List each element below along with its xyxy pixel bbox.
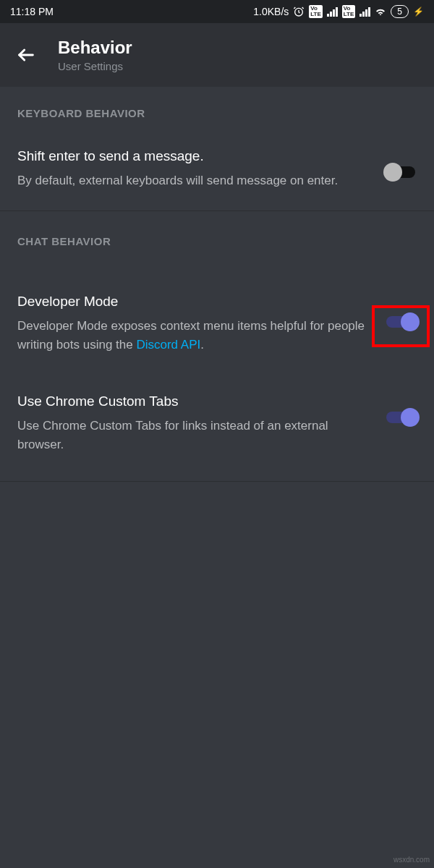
- chat-section: CHAT BEHAVIOR Developer Mode Developer M…: [0, 225, 434, 475]
- setting-description: Use Chrome Custom Tabs for links instead…: [17, 417, 370, 455]
- setting-text: Developer Mode Developer Mode exposes co…: [17, 292, 370, 354]
- status-time: 11:18 PM: [10, 6, 54, 17]
- toggle-thumb: [383, 163, 402, 182]
- toggle-thumb: [401, 408, 420, 427]
- setting-text: Shift enter to send a message. By defaul…: [17, 147, 370, 190]
- setting-description: Developer Mode exposes context menu item…: [17, 317, 370, 355]
- desc-suffix: .: [200, 338, 204, 352]
- volte-icon-2: VoLTE: [342, 5, 356, 18]
- section-header-keyboard: KEYBOARD BEHAVIOR: [0, 107, 434, 134]
- app-header: Behavior User Settings: [0, 23, 434, 87]
- setting-chrome-tabs[interactable]: Use Chrome Custom Tabs Use Chrome Custom…: [0, 375, 434, 475]
- developer-mode-toggle[interactable]: [385, 314, 417, 330]
- header-titles: Behavior User Settings: [58, 38, 132, 72]
- alarm-icon: [293, 6, 305, 17]
- volte-icon-1: VoLTE: [309, 5, 323, 18]
- wifi-icon: [375, 6, 386, 17]
- setting-title: Use Chrome Custom Tabs: [17, 392, 370, 411]
- section-divider: [0, 210, 434, 225]
- page-subtitle: User Settings: [58, 60, 132, 72]
- page-title: Behavior: [58, 38, 132, 59]
- section-header-chat: CHAT BEHAVIOR: [0, 225, 434, 279]
- status-right: 1.0KB/s VoLTE VoLTE 5 ⚡: [253, 5, 424, 18]
- signal-icon-2: [359, 7, 370, 17]
- setting-shift-enter[interactable]: Shift enter to send a message. By defaul…: [0, 134, 434, 210]
- shift-enter-toggle[interactable]: [385, 164, 417, 180]
- back-button[interactable]: [14, 43, 38, 67]
- chrome-tabs-toggle[interactable]: [385, 409, 417, 425]
- content: KEYBOARD BEHAVIOR Shift enter to send a …: [0, 87, 434, 482]
- watermark: wsxdn.com: [393, 856, 430, 864]
- status-bar: 11:18 PM 1.0KB/s VoLTE VoLTE 5 ⚡: [0, 0, 434, 23]
- discord-api-link[interactable]: Discord API: [136, 338, 200, 352]
- charging-icon: ⚡: [413, 7, 424, 17]
- battery-indicator: 5: [391, 5, 409, 18]
- setting-developer-mode[interactable]: Developer Mode Developer Mode exposes co…: [0, 279, 434, 375]
- status-network: 1.0KB/s: [253, 6, 289, 17]
- setting-text: Use Chrome Custom Tabs Use Chrome Custom…: [17, 392, 370, 454]
- arrow-left-icon: [16, 45, 36, 65]
- section-divider: [0, 481, 434, 482]
- setting-title: Shift enter to send a message.: [17, 147, 370, 166]
- setting-title: Developer Mode: [17, 292, 370, 311]
- signal-icon-1: [327, 7, 338, 17]
- setting-description: By default, external keyboards will send…: [17, 171, 370, 190]
- toggle-thumb: [401, 312, 420, 331]
